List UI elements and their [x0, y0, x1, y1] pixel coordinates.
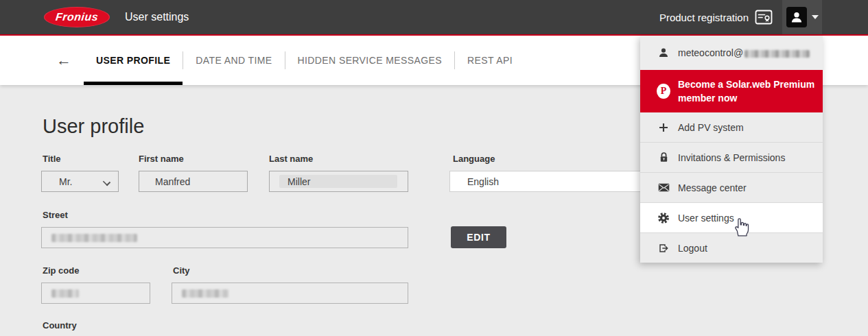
country-label: Country	[43, 320, 77, 331]
fronius-logo-text: Fronius	[55, 11, 99, 23]
gear-icon	[657, 212, 670, 224]
zip-code-label: Zip code	[43, 265, 79, 276]
menu-item-message-center[interactable]: Message center	[640, 173, 823, 202]
menu-item-user-settings[interactable]: User settings	[640, 203, 823, 232]
header-right-group: Product registration	[659, 0, 868, 34]
title-select-value: Mr.	[59, 176, 72, 187]
menu-item-logout[interactable]: Logout	[640, 233, 823, 263]
redacted-zip-value	[51, 289, 79, 298]
last-name-label: Last name	[269, 154, 313, 164]
plus-icon	[657, 122, 670, 133]
edit-button[interactable]: EDIT	[451, 226, 506, 248]
page: Fronius User settings Product registrati…	[0, 0, 868, 336]
tabs-group: USER PROFILE DATE AND TIME HIDDEN SERVIC…	[84, 36, 525, 85]
chevron-down-icon	[812, 15, 819, 19]
premium-upgrade-label: Become a Solar.web Premium member now	[678, 77, 814, 105]
envelope-icon	[657, 183, 670, 192]
city-input[interactable]	[172, 283, 408, 304]
tab-user-profile[interactable]: USER PROFILE	[84, 36, 183, 85]
tab-hidden-service-messages[interactable]: HIDDEN SERVICE MESSAGES	[285, 36, 454, 85]
redacted-city-value	[182, 289, 228, 298]
account-dropdown-menu: meteocontrol@ P Become a Solar.web Premi…	[640, 36, 823, 263]
menu-item-label: Logout	[678, 243, 707, 254]
menu-item-premium-upgrade[interactable]: P Become a Solar.web Premium member now	[640, 70, 823, 112]
premium-p-badge-icon: P	[657, 84, 670, 99]
first-name-value: Manfred	[155, 176, 190, 187]
city-label: City	[173, 265, 190, 276]
page-title: User profile	[43, 115, 144, 138]
person-icon	[657, 47, 670, 58]
user-avatar-icon	[786, 7, 807, 27]
last-name-input[interactable]: Miller	[269, 171, 408, 192]
zip-code-input[interactable]	[41, 283, 150, 304]
language-label: Language	[453, 154, 495, 164]
menu-item-add-pv-system[interactable]: Add PV system	[640, 112, 823, 142]
menu-item-invitations-permissions[interactable]: Invitations & Permissions	[640, 143, 823, 172]
first-name-input[interactable]: Manfred	[139, 171, 248, 192]
fronius-logo[interactable]: Fronius	[44, 7, 110, 27]
title-select[interactable]: Mr.	[41, 171, 119, 192]
last-name-value: Miller	[270, 176, 310, 187]
select-chevron-icon	[103, 178, 110, 186]
redacted-street-value	[51, 234, 137, 242]
product-registration-label: Product registration	[659, 12, 749, 23]
back-arrow-icon[interactable]: ←	[56, 53, 71, 68]
street-input[interactable]	[41, 227, 408, 248]
menu-item-label: Invitations & Permissions	[678, 152, 785, 163]
language-select[interactable]: English	[449, 171, 659, 192]
account-email: meteocontrol@	[678, 47, 810, 58]
title-label: Title	[43, 154, 61, 164]
language-value: English	[467, 176, 499, 187]
menu-item-label: Add PV system	[678, 122, 744, 133]
redacted-email-domain	[744, 50, 810, 58]
top-header-bar: Fronius User settings Product registrati…	[0, 0, 868, 34]
street-label: Street	[43, 210, 68, 220]
tab-rest-api[interactable]: REST API	[455, 36, 525, 85]
certificate-icon	[755, 9, 773, 26]
logout-icon	[657, 243, 670, 254]
first-name-label: First name	[139, 154, 184, 164]
app-title: User settings	[125, 11, 189, 23]
menu-item-account-email[interactable]: meteocontrol@	[640, 36, 823, 70]
user-account-menu-button[interactable]	[782, 0, 822, 34]
lock-icon	[657, 152, 670, 163]
product-registration-link[interactable]: Product registration	[659, 9, 773, 26]
menu-item-label: User settings	[678, 213, 734, 224]
menu-item-label: Message center	[678, 182, 747, 193]
tab-date-and-time[interactable]: DATE AND TIME	[183, 36, 284, 85]
